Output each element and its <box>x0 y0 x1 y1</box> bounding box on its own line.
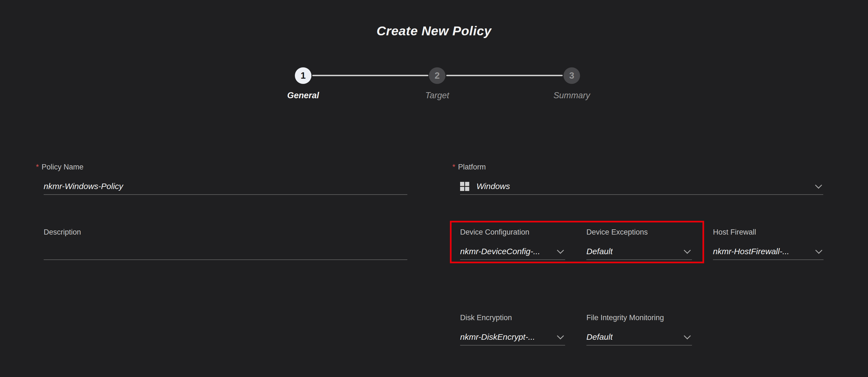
policy-name-value-row <box>44 182 407 191</box>
host-firewall-label: Host Firewall <box>713 228 824 237</box>
description-input[interactable] <box>44 247 407 256</box>
platform-field: *Platform Windows <box>460 162 823 195</box>
step-circle-general[interactable]: 1 <box>295 67 311 84</box>
disk-encryption-value: nkmr-DiskEncrypt-... <box>460 332 535 342</box>
file-integrity-monitoring-value: Default <box>586 332 613 342</box>
windows-logo-icon <box>460 182 469 191</box>
description-label: Description <box>44 228 407 237</box>
device-configuration-select[interactable]: nkmr-DeviceConfig-... <box>460 247 565 256</box>
host-firewall-value: nkmr-HostFirewall-... <box>713 247 789 256</box>
step-circle-summary[interactable]: 3 <box>563 67 580 84</box>
required-asterisk: * <box>36 163 39 171</box>
step-number: 2 <box>435 70 440 81</box>
device-exceptions-label: Device Exceptions <box>586 228 692 237</box>
device-exceptions-field: Device Exceptions Default <box>586 228 692 260</box>
chevron-down-icon <box>684 247 690 253</box>
chevron-down-icon <box>557 247 564 253</box>
file-integrity-monitoring-label: File Integrity Monitoring <box>586 313 692 322</box>
policy-name-field: *Policy Name <box>44 162 407 195</box>
policy-name-label: *Policy Name <box>44 162 407 172</box>
step-circle-target[interactable]: 2 <box>429 67 445 84</box>
host-firewall-select[interactable]: nkmr-HostFirewall-... <box>713 247 824 256</box>
file-integrity-monitoring-field: File Integrity Monitoring Default <box>586 313 692 346</box>
chevron-down-icon <box>815 182 822 188</box>
device-exceptions-select[interactable]: Default <box>586 247 692 256</box>
chevron-down-icon <box>684 332 690 339</box>
step-label-target: Target <box>425 91 450 100</box>
step-label-summary: Summary <box>554 91 590 100</box>
description-field: Description <box>44 228 407 260</box>
platform-label: *Platform <box>460 162 823 172</box>
host-firewall-field: Host Firewall nkmr-HostFirewall-... <box>713 228 824 260</box>
step-number: 1 <box>301 70 306 81</box>
disk-encryption-label: Disk Encryption <box>460 313 565 322</box>
stepper-connector-2 <box>446 75 563 76</box>
device-exceptions-value: Default <box>586 247 613 256</box>
required-asterisk: * <box>453 163 456 171</box>
page-title: Create New Policy <box>0 23 868 38</box>
file-integrity-monitoring-select[interactable]: Default <box>586 332 692 342</box>
disk-encryption-select[interactable]: nkmr-DiskEncrypt-... <box>460 332 565 342</box>
chevron-down-icon <box>557 332 564 339</box>
chevron-down-icon <box>815 247 822 253</box>
create-policy-wizard: Create New Policy 1 2 3 General Target S… <box>0 0 868 377</box>
platform-value: Windows <box>476 182 510 191</box>
description-value-row <box>44 247 407 256</box>
platform-select[interactable]: Windows <box>460 182 823 191</box>
device-configuration-label: Device Configuration <box>460 228 565 237</box>
device-configuration-value: nkmr-DeviceConfig-... <box>460 247 540 256</box>
device-configuration-field: Device Configuration nkmr-DeviceConfig-.… <box>460 228 565 260</box>
step-number: 3 <box>569 70 574 81</box>
disk-encryption-field: Disk Encryption nkmr-DiskEncrypt-... <box>460 313 565 346</box>
step-label-general: General <box>287 91 319 100</box>
policy-name-input[interactable] <box>44 182 407 191</box>
stepper-connector-1 <box>312 75 428 76</box>
